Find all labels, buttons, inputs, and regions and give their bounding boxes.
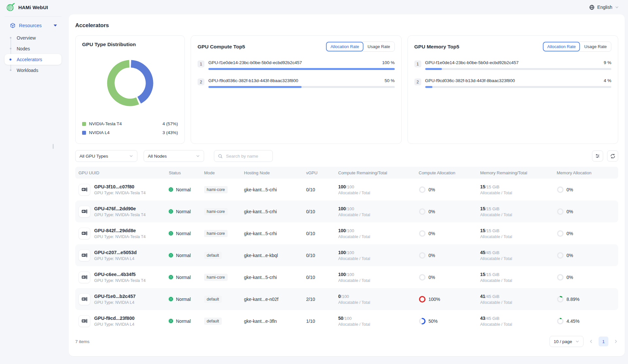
memory-remaining: 43	[480, 316, 485, 321]
card-title: GPU Memory Top5	[414, 44, 460, 50]
memory-remaining: 15	[480, 228, 485, 233]
sidebar-item-accelerators[interactable]: Accelerators	[5, 54, 61, 65]
rank-badge: 1	[198, 61, 204, 67]
table-row[interactable]: GPU-f1e0...b2c457 GPU Type: NVIDIA L4 No…	[75, 288, 618, 310]
memory-total: /45 GiB	[485, 316, 499, 321]
gpu-table: GPU UUIDStatusModeHosting NodevGPUComput…	[75, 167, 618, 332]
column-settings-button[interactable]	[592, 150, 603, 162]
nav-dot-icon	[10, 48, 11, 49]
allocatable-total-label: Allocatable / Total	[338, 300, 419, 305]
sidebar-item-label: Workloads	[17, 68, 38, 73]
compute-allocation-value: 0%	[428, 253, 435, 258]
gpu-card-icon	[78, 293, 90, 305]
memory-rate-toggle: Allocation Rate Usage Rate	[543, 42, 611, 52]
status-label: Normal	[176, 231, 191, 236]
filter-bar: All GPU Types All Nodes	[75, 150, 618, 162]
usage-rate-tab[interactable]: Usage Rate	[580, 42, 611, 51]
compute-rate-toggle: Allocation Rate Usage Rate	[326, 42, 394, 52]
progress-bar	[425, 68, 612, 70]
compute-allocation-ring	[419, 230, 426, 237]
compute-remaining: 0	[338, 294, 341, 299]
memory-allocation-ring	[557, 186, 564, 193]
hosting-node: gke-kant...5-crhi	[244, 231, 306, 236]
sidebar-item-workloads[interactable]: Workloads	[5, 65, 61, 76]
compute-allocation-value: 0%	[428, 275, 435, 280]
memory-total: /15 GiB	[485, 272, 499, 277]
allocatable-total-label: Allocatable / Total	[480, 278, 557, 283]
compute-total: /100	[343, 316, 352, 321]
allocation-rate-tab[interactable]: Allocation Rate	[543, 42, 580, 51]
memory-top5-list: 1 GPU-f1e0de14-23bc-b0be-5b0d-ecbd92b2c4…	[414, 60, 612, 88]
language-selector[interactable]: English	[589, 5, 619, 10]
compute-allocation-ring	[419, 274, 426, 281]
memory-remaining: 41	[480, 294, 485, 299]
page-size-select[interactable]: 10 / page	[550, 336, 584, 347]
memory-allocation-value: 0%	[567, 275, 573, 280]
memory-remaining: 15	[480, 206, 485, 211]
gpu-uuid: GPU-f9cd...23f800	[94, 316, 134, 321]
compute-total: /100	[346, 206, 354, 211]
compute-allocation-ring	[419, 186, 426, 193]
vgpu-value: 0/10	[306, 209, 338, 214]
gpu-type-distribution-card: GPU Type Distribution NVIDIA-Tesla T4 4 …	[75, 35, 185, 144]
memory-allocation-value: 0%	[567, 253, 573, 258]
compute-remaining: 50	[338, 316, 343, 321]
compute-remaining: 100	[338, 206, 346, 211]
memory-allocation-value: 0%	[567, 187, 573, 192]
allocatable-total-label: Allocatable / Total	[338, 322, 419, 327]
sidebar-item-label: Overview	[17, 35, 36, 41]
sidebar-group-resources[interactable]: Resources	[5, 19, 61, 32]
table-row[interactable]: GPU-c6ee...4b34f5 GPU Type: NVIDIA-Tesla…	[75, 266, 618, 288]
column-header: Compute Remaining/Total	[338, 170, 419, 175]
usage-rate-tab[interactable]: Usage Rate	[363, 42, 394, 51]
gpu-uuid: GPU-3f10...c07f80	[94, 184, 146, 189]
nav-dot-icon	[10, 69, 11, 71]
gpu-compute-top5-card: GPU Compute Top5 Allocation Rate Usage R…	[191, 35, 402, 144]
compute-allocation-ring	[419, 318, 426, 325]
search-input[interactable]	[225, 153, 269, 159]
table-row[interactable]: GPU-c207...e5053d GPU Type: NVIDIA L4 No…	[75, 244, 618, 266]
table-row[interactable]: GPU-3f10...c07f80 GPU Type: NVIDIA-Tesla…	[75, 179, 618, 200]
progress-bar-fill	[208, 86, 302, 88]
top5-row: 2 GPU-f9cd036c-382f-b13d-443f-8baac323f8…	[198, 78, 395, 88]
mode-tag: default	[204, 252, 222, 259]
node-select[interactable]: All Nodes	[144, 150, 204, 162]
gpu-card-icon	[78, 184, 90, 196]
allocatable-total-label: Allocatable / Total	[480, 213, 557, 217]
allocation-rate-tab[interactable]: Allocation Rate	[326, 42, 363, 51]
legend-value: 4 (57%)	[163, 121, 178, 126]
progress-bar-fill	[208, 68, 395, 70]
page-number-button[interactable]: 1	[599, 337, 608, 346]
allocatable-total-label: Allocatable / Total	[480, 234, 557, 239]
sidebar-item-overview[interactable]: Overview	[5, 32, 61, 43]
table-row[interactable]: GPU-476f...2dd90e GPU Type: NVIDIA-Tesla…	[75, 200, 618, 222]
vgpu-value: 0/10	[306, 253, 338, 258]
rank-badge: 2	[198, 78, 204, 85]
hosting-node: gke-kant...5-crhi	[244, 187, 306, 192]
compute-total: /100	[346, 228, 354, 233]
sidebar-item-nodes[interactable]: Nodes	[5, 43, 61, 54]
refresh-button[interactable]	[607, 150, 618, 162]
memory-allocation-ring	[557, 252, 564, 259]
gpu-type-select[interactable]: All GPU Types	[75, 150, 137, 162]
previous-page-button[interactable]	[589, 339, 593, 344]
gpu-uuid-label: GPU-f1e0de14-23bc-b0be-5b0d-ecbd92b2c457	[208, 60, 302, 65]
compute-remaining: 100	[338, 272, 346, 277]
table-row[interactable]: GPU-f9cd...23f800 GPU Type: NVIDIA L4 No…	[75, 310, 618, 332]
memory-remaining: 15	[480, 184, 485, 189]
next-page-button[interactable]	[614, 339, 618, 344]
status-label: Normal	[176, 275, 191, 280]
top5-row: 1 GPU-f1e0de14-23bc-b0be-5b0d-ecbd92b2c4…	[198, 60, 395, 70]
sidebar-resize-handle[interactable]	[53, 144, 54, 149]
column-header: Status	[169, 170, 204, 175]
mode-tag: default	[204, 318, 222, 325]
gpu-uuid: GPU-f1e0...b2c457	[94, 294, 136, 299]
column-header: Memory Remaining/Total	[480, 170, 557, 175]
cube-icon	[10, 23, 16, 28]
allocatable-total-label: Allocatable / Total	[480, 300, 557, 305]
chevron-down-icon	[575, 339, 579, 343]
vgpu-value: 2/10	[306, 297, 338, 302]
table-row[interactable]: GPU-842f...29dd8e GPU Type: NVIDIA-Tesla…	[75, 222, 618, 244]
compute-allocation-ring	[419, 296, 426, 303]
memory-allocation-value: 0%	[567, 209, 573, 214]
